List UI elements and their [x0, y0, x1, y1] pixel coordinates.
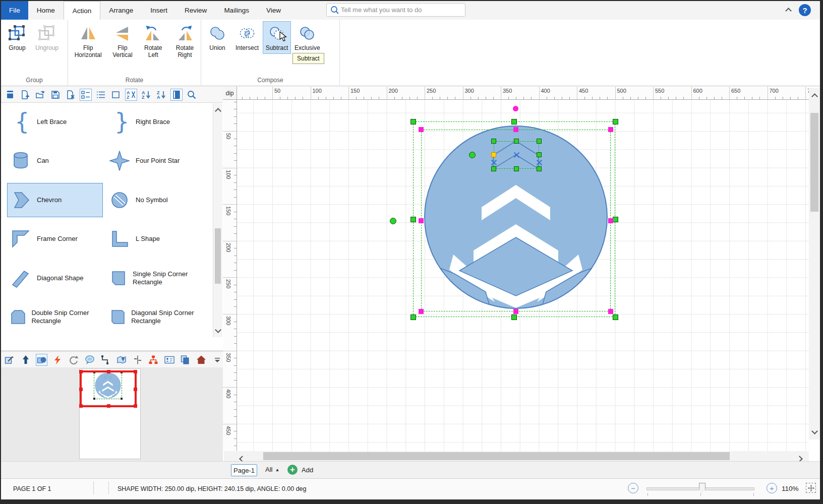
horizontal-scrollbar[interactable] [224, 451, 809, 461]
union-icon [209, 24, 226, 43]
h-ruler-label: 250 [427, 88, 436, 94]
search-icon[interactable] [186, 89, 198, 101]
page-tab[interactable]: Page-1 [231, 464, 257, 476]
button-label: Subtract [266, 45, 288, 52]
shape-item-nosymbol[interactable]: No Symbol [106, 183, 210, 217]
tab-view[interactable]: View [258, 1, 289, 20]
v-ruler-label: 400 [225, 389, 231, 398]
flip-horizontal-button[interactable]: Flip Horizontal [70, 21, 106, 60]
show-panel-icon[interactable] [170, 89, 183, 101]
application-window: File HomeActionArrangeInsertReviewMailin… [0, 0, 823, 504]
split-icon[interactable] [132, 354, 143, 366]
rotate-left-button[interactable]: Rotate Left [139, 21, 167, 60]
view-list-icon[interactable] [95, 89, 107, 101]
intersect-button[interactable]: Intersect [233, 21, 261, 54]
comment-icon[interactable] [84, 354, 95, 366]
view-card-icon[interactable] [110, 89, 122, 101]
shape-item-diagonal[interactable]: Diagonal Shape [7, 261, 103, 295]
shape-item-l-shape[interactable]: L Shape [106, 222, 210, 256]
snip-double-icon [8, 307, 28, 327]
close-document-icon[interactable] [65, 89, 77, 101]
more-icon[interactable] [211, 354, 223, 366]
connector-icon[interactable] [100, 354, 111, 366]
search-icon [330, 5, 340, 15]
zoom-in-button[interactable]: + [767, 483, 777, 493]
nosymbol-icon [106, 190, 133, 210]
shape-item-snip-diagonal[interactable]: Diagonal Snip Corner Rectangle [106, 300, 210, 334]
zoom-out-button[interactable]: − [628, 483, 638, 493]
vertical-scrollbar-thumb[interactable] [810, 113, 818, 212]
rotate-right-button[interactable]: Rotate Right [169, 21, 201, 60]
shape-item-label: Diagonal Snip Corner Rectangle [128, 309, 209, 325]
shape-item-snip-single[interactable]: Single Snip Corner Rectangle [106, 261, 210, 295]
shape-item-chevron[interactable]: Chevron [7, 183, 103, 217]
svg-text:Z: Z [127, 95, 130, 100]
shape-item-snip-double[interactable]: Double Snip Corner Rectangle [7, 300, 103, 334]
search-input[interactable] [340, 6, 465, 14]
library-scrollbar-thumb[interactable] [215, 228, 221, 284]
tab-mailings[interactable]: Mailings [215, 1, 258, 20]
zoom-slider-thumb[interactable] [699, 483, 706, 492]
vertical-scrollbar[interactable] [809, 88, 820, 439]
map-icon[interactable] [116, 354, 128, 366]
pointer-icon[interactable] [20, 354, 32, 366]
shape-item-brace-right[interactable]: }Right Brace [106, 105, 210, 139]
library-book-icon[interactable] [4, 89, 16, 101]
fit-page-button[interactable] [806, 483, 816, 493]
shape-item-star4[interactable]: Four Point Star [106, 144, 210, 178]
collapse-ribbon-icon[interactable] [786, 6, 791, 15]
edit-shape-icon[interactable] [4, 354, 16, 366]
org-chart-icon[interactable] [148, 354, 159, 366]
ungroup-button[interactable]: Ungroup [33, 21, 61, 54]
tell-me-search[interactable] [326, 3, 465, 17]
button-label: Rotate Right [171, 45, 199, 58]
new-document-icon[interactable] [19, 89, 31, 101]
tab-review[interactable]: Review [176, 1, 215, 20]
exclusive-button[interactable]: Exclusive [292, 21, 322, 54]
sort-az-icon[interactable]: AZ [140, 89, 152, 101]
open-document-icon[interactable] [34, 89, 46, 101]
svg-text:}: } [114, 109, 129, 135]
tab-insert[interactable]: Insert [142, 1, 176, 20]
contact-card-icon[interactable] [164, 354, 175, 366]
quick-styles-icon[interactable] [52, 354, 64, 366]
flip-vertical-icon [114, 24, 131, 43]
tab-action[interactable]: Action [64, 1, 101, 20]
view-details-icon[interactable] [80, 89, 92, 101]
v-ruler-label: 300 [225, 316, 231, 325]
h-ruler-label: 300 [465, 88, 474, 94]
svg-text:{: { [15, 109, 29, 135]
ruler-unit-label: dip [223, 87, 237, 100]
svg-text:A: A [157, 95, 160, 100]
shape-item-brace-left[interactable]: {Left Brace [7, 105, 103, 139]
save-icon[interactable] [49, 89, 62, 101]
viewport-indicator[interactable] [80, 370, 137, 407]
shape-item-can[interactable]: Can [7, 144, 103, 178]
shape-item-label: Can [34, 157, 49, 165]
flip-vertical-button[interactable]: Flip Vertical [107, 21, 137, 60]
shape-item-frame-corner[interactable]: Frame Corner [7, 222, 103, 256]
library-scrollbar[interactable] [213, 103, 222, 337]
copy-icon[interactable] [180, 354, 191, 366]
shapes-tool-icon[interactable] [36, 354, 47, 366]
sort-za-icon[interactable]: ZA [155, 89, 167, 101]
pages-bar: Page-1 All▲ + Add [1, 461, 820, 478]
refresh-icon[interactable] [68, 354, 80, 366]
group-button[interactable]: Group [3, 21, 31, 54]
pages-filter-dropdown[interactable]: All▲ [265, 466, 279, 473]
shape-item-label: Right Brace [133, 118, 170, 126]
tab-arrange[interactable]: Arrange [100, 1, 142, 20]
tools-toolbar [1, 350, 223, 367]
sort-crossed-icon[interactable]: AZ [125, 89, 137, 101]
button-label: Exclusive [295, 45, 320, 52]
selected-shape-group[interactable] [421, 124, 611, 311]
vertical-ruler: 50100150200250300350400450 [223, 100, 237, 451]
tab-file[interactable]: File [1, 1, 28, 20]
add-page-button[interactable]: + Add [287, 465, 313, 475]
help-button[interactable]: ? [799, 4, 811, 16]
horizontal-scrollbar-thumb[interactable] [263, 452, 730, 460]
union-button[interactable]: Union [203, 21, 231, 54]
page-thumbnail[interactable] [79, 368, 141, 459]
tab-home[interactable]: Home [28, 1, 64, 20]
home-icon[interactable] [196, 354, 207, 366]
